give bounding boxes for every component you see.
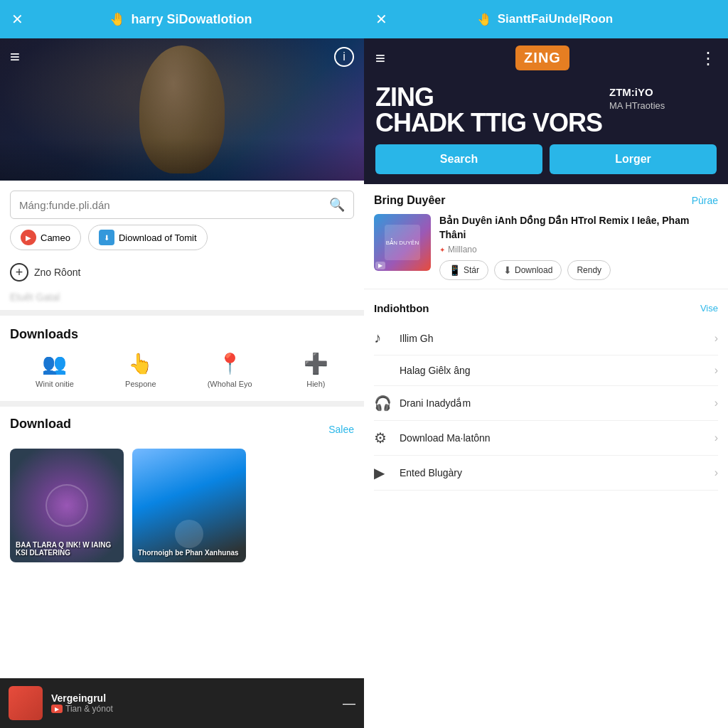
indiohtbon-title: Indiohtbon — [374, 302, 429, 314]
info-icon-hero[interactable]: i — [334, 47, 354, 67]
icon-item-1[interactable]: 👆 Pespone — [125, 352, 156, 388]
zing-hero-info: ZING CHADK TTIG VORS ZTM:iYO MA HTraotie… — [375, 85, 717, 136]
player-thumbnail — [9, 686, 43, 720]
icon-item-0[interactable]: 👥 Winit onitie — [36, 352, 74, 388]
menu-item-3[interactable]: ⚙ Download Ma·latônn › — [374, 421, 718, 456]
zing-hero-area: ZING CHADK TTIG VORS ZTM:iYO MA HTraotie… — [364, 77, 728, 184]
zing-big-logo: ZING CHADK TTIG VORS — [375, 85, 602, 136]
left-header-title: 🤚 harry SiDowatlotion — [109, 11, 252, 27]
zing-menu-icon[interactable]: ≡ — [375, 48, 385, 68]
bottom-player: Vergeingrul ▶ Tian & yónot — — [0, 678, 364, 728]
artist-icon: ✦ — [439, 246, 445, 254]
album-card-1[interactable]: Thornoigh be Phan Xanhunas — [132, 449, 246, 562]
icon-label-1: Pespone — [125, 380, 156, 388]
left-panel: ✕ 🤚 harry SiDowatlotion ≡ i 🔍 ▶ — [0, 0, 364, 728]
rendy-label: Rendy — [577, 265, 601, 275]
download-tomit-icon: ⬇ — [99, 230, 114, 245]
zing-big-sub: CHADK TTIG VORS — [375, 110, 602, 136]
bring-link[interactable]: Pùrae — [692, 195, 718, 206]
lorger-button[interactable]: Lorger — [550, 144, 717, 174]
download2-header: Download Salee — [10, 417, 354, 441]
player-progress-icon[interactable]: — — [343, 696, 355, 711]
icon-item-2[interactable]: 📍 (Whohal Eyo — [208, 352, 252, 388]
bring-title: Bring Duyêer — [374, 194, 445, 207]
close-icon-right[interactable]: ✕ — [375, 11, 387, 28]
rendy-button[interactable]: Rendy — [567, 260, 611, 280]
download-tomit-button[interactable]: ⬇ Diownload of Tomit — [88, 225, 208, 250]
star-label: Stár — [464, 265, 479, 275]
menu-icon-2: 🎧 — [374, 395, 400, 412]
downloads-section: Downloads 👥 Winit onitie 👆 Pespone 📍 (Wh… — [0, 318, 364, 398]
chevron-icon-2: › — [714, 397, 718, 410]
icon-0: 👥 — [42, 352, 67, 375]
right-header: ✕ 🤚 SianttFaiUnde|Roon — [364, 0, 728, 38]
player-sub-text: Tian & yónot — [65, 704, 113, 714]
zing-hero-subtitle: MA HTraoties — [609, 100, 665, 112]
icon-label-2: (Whohal Eyo — [208, 380, 252, 388]
star-button[interactable]: 📱 Stár — [439, 260, 488, 280]
search-input[interactable] — [19, 199, 329, 211]
search-bar: 🔍 — [10, 191, 354, 219]
youtube-icon: ▶ — [51, 705, 63, 713]
add-icon: + — [10, 263, 28, 282]
cameo-button[interactable]: ▶ Cameo — [10, 225, 81, 250]
player-subtitle: ▶ Tian & yónot — [51, 704, 334, 714]
zing-action-buttons: Search Lorger — [375, 144, 717, 174]
menu-label-0: Illim Gh — [400, 333, 714, 344]
right-panel: ✕ 🤚 SianttFaiUnde|Roon ≡ ZING ⋮ ZING CHA… — [364, 0, 728, 728]
left-header: ✕ 🤚 harry SiDowatlotion — [0, 0, 364, 38]
section-divider-1 — [0, 310, 364, 316]
phone-icon: 📱 — [449, 264, 461, 276]
album-card-0[interactable]: BAA TLARA Q INK! W IAING KSI DLATERING — [10, 449, 124, 562]
menu-item-2[interactable]: 🎧 Drani Inadydắm › — [374, 386, 718, 421]
downloads-title: Downloads — [10, 327, 354, 342]
search-area: 🔍 — [0, 181, 364, 225]
icon-label-3: Hieh) — [306, 380, 325, 388]
menu-icon-4: ▶ — [374, 464, 400, 481]
chevron-icon-1: › — [714, 364, 718, 377]
song-thumb-badge: ▶ — [375, 262, 385, 269]
search-icon[interactable]: 🔍 — [329, 197, 345, 213]
section-divider-2 — [0, 401, 364, 407]
menu-label-3: Download Ma·latônn — [400, 432, 714, 444]
menu-item-1[interactable]: Halag Giêlx âng › — [374, 355, 718, 386]
zing-logo-badge[interactable]: ZING — [515, 46, 569, 70]
cameo-icon: ▶ — [21, 230, 36, 245]
menu-item-0[interactable]: ♪ Illim Gh › — [374, 321, 718, 355]
chevron-icon-0: › — [714, 332, 718, 345]
song-artist: ✦ Milllano — [439, 245, 718, 255]
bring-section: Bring Duyêer Pùrae BẢN DUYÊN ▶ Bản Duyên… — [364, 184, 728, 280]
left-app-title: harry SiDowatlotion — [131, 12, 252, 27]
song-card: BẢN DUYÊN ▶ Bản Duyên iAnh Dồng Dần HTro… — [374, 214, 718, 280]
bring-header: Bring Duyêer Pùrae — [374, 194, 718, 207]
add-room-item[interactable]: + Zno Rôont — [0, 257, 364, 287]
icon-3: ➕ — [304, 352, 328, 375]
download-button[interactable]: ⬇ Download — [494, 260, 562, 280]
menu-item-4[interactable]: ▶ Ented Blugàry › — [374, 456, 718, 491]
right-app-title: SianttFaiUnde|Roon — [498, 12, 613, 26]
right-content: Bring Duyêer Pùrae BẢN DUYÊN ▶ Bản Duyên… — [364, 184, 728, 728]
search-button[interactable]: Search — [375, 144, 542, 174]
indiohtbon-section: Indiohtbon Vise ♪ Illim Gh › Halag Giêlx… — [364, 295, 728, 498]
zing-dots-icon[interactable]: ⋮ — [700, 48, 717, 68]
cameo-label: Cameo — [41, 232, 70, 243]
indiohtbon-link[interactable]: Vise — [700, 303, 718, 314]
song-thumbnail: BẢN DUYÊN ▶ — [374, 214, 431, 271]
hero-image: ≡ i — [0, 38, 364, 181]
album-card-label-0: BAA TLARA Q INK! W IAING KSI DLATERING — [16, 541, 118, 557]
menu-label-2: Drani Inadydắm — [400, 397, 714, 409]
zing-hero-title: ZTM:iYO — [609, 85, 665, 100]
zing-nav: ≡ ZING ⋮ — [364, 38, 728, 77]
song-info: Bản Duyên iAnh Dồng Dần HTrol Remix I Ie… — [439, 214, 718, 280]
close-icon-left[interactable]: ✕ — [11, 11, 23, 28]
song-action-buttons: 📱 Stár ⬇ Download Rendy — [439, 260, 718, 280]
download2-link[interactable]: Salee — [328, 424, 354, 435]
icon-item-3[interactable]: ➕ Hieh) — [304, 352, 328, 388]
menu-label-4: Ented Blugàry — [400, 467, 714, 478]
hero-overlay: ≡ i — [0, 47, 364, 67]
menu-icon-hero[interactable]: ≡ — [10, 47, 20, 67]
download-icon: ⬇ — [503, 264, 512, 276]
blurred-item: Etuêt Gatal — [0, 287, 364, 307]
indiohtbon-header: Indiohtbon Vise — [374, 302, 718, 314]
download-section2: Download Salee BAA TLARA Q INK! W IAING … — [0, 410, 364, 562]
